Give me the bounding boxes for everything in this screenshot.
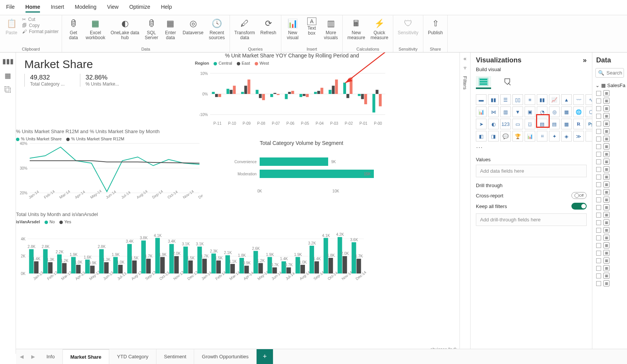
new-measure-button[interactable]: 🖩New measure	[346, 17, 367, 41]
transform-data-button[interactable]: 🖊Transform data	[233, 17, 257, 41]
viz-type-16[interactable]: ◎	[549, 106, 560, 117]
field-row[interactable]: ▦	[594, 181, 625, 188]
publish-button[interactable]: ⇧Publish	[426, 17, 444, 36]
tab-ytd-category[interactable]: YTD Category	[109, 349, 156, 354]
viz-type-32[interactable]: 💬	[500, 131, 511, 141]
build-visual-tab[interactable]	[476, 76, 491, 89]
viz-type-0[interactable]: ▬	[476, 94, 487, 105]
more-visuals-menu[interactable]: ⋯	[476, 143, 587, 151]
field-checkbox[interactable]	[596, 190, 601, 195]
tab-market-share[interactable]: Market Share	[63, 349, 110, 354]
viz-type-35[interactable]: ⌗	[537, 131, 547, 141]
cross-report-toggle[interactable]: Off	[571, 192, 587, 199]
refresh-button[interactable]: ⟳Refresh	[259, 17, 278, 36]
enter-data-button[interactable]: ▦Enter data	[162, 17, 179, 41]
field-checkbox[interactable]	[596, 228, 601, 233]
units-chart[interactable]: 0K2K4K2.8K1.4KJan-132.8K1.3KFeb-132.2K1.…	[16, 224, 366, 289]
viz-type-22[interactable]: 123	[500, 119, 511, 129]
viz-type-2[interactable]: ☰	[500, 94, 511, 105]
viz-type-17[interactable]: ▦	[561, 106, 572, 117]
field-checkbox[interactable]	[596, 258, 601, 263]
field-row[interactable]: ▦	[594, 97, 625, 105]
viz-type-4[interactable]: ≡	[525, 94, 535, 105]
menu-insert[interactable]: Insert	[51, 2, 64, 13]
field-checkbox[interactable]	[596, 235, 601, 240]
viz-type-34[interactable]: 📊	[525, 131, 535, 141]
viz-type-7[interactable]: ▲	[561, 94, 572, 105]
text-box-button[interactable]: AText box	[303, 17, 320, 37]
field-checkbox[interactable]	[596, 99, 601, 103]
field-checkbox[interactable]	[596, 175, 601, 180]
field-row[interactable]: ▦	[594, 242, 625, 249]
menu-help[interactable]: Help	[161, 2, 172, 13]
more-visuals-button[interactable]: ▥More visuals	[322, 17, 340, 41]
format-visual-tab[interactable]	[500, 76, 515, 89]
viz-type-13[interactable]: ▼	[512, 106, 523, 117]
yoy-chart[interactable]: -10%0%10%P-11P-10P-09P-08P-07P-06P-05P-0…	[195, 65, 389, 130]
field-row[interactable]: ▦	[594, 234, 625, 242]
field-row[interactable]: ▦	[594, 264, 625, 272]
field-checkbox[interactable]	[596, 144, 601, 149]
viz-type-38[interactable]: ≫	[573, 131, 584, 141]
quick-measure-button[interactable]: ⚡Quick measure	[369, 17, 390, 41]
field-row[interactable]: ▦	[594, 105, 625, 112]
viz-type-20[interactable]: ➤	[476, 119, 487, 129]
collapse-viz-icon[interactable]: »	[583, 56, 587, 64]
model-view-icon[interactable]: ⿻	[5, 86, 11, 94]
field-checkbox[interactable]	[596, 129, 601, 134]
field-row[interactable]: ▦	[594, 112, 625, 120]
line-chart[interactable]: 20%30%40%Jan-14Feb-14Mar-14Apr-14May-14J…	[16, 141, 203, 206]
field-row[interactable]: ▦	[594, 127, 625, 135]
viz-type-24[interactable]: ⌼	[525, 119, 535, 129]
viz-type-39[interactable]	[586, 131, 592, 141]
viz-type-18[interactable]: 🌐	[573, 106, 584, 117]
hbar-chart[interactable]: Convenience9KModeration15K0K10K	[222, 146, 381, 196]
onelake-hub-button[interactable]: ◐OneLake data hub	[109, 17, 140, 41]
sql-server-button[interactable]: 🛢SQL Server	[143, 17, 160, 41]
dataverse-button[interactable]: ◎Dataverse	[181, 17, 205, 36]
viz-type-27[interactable]: ▦	[561, 119, 572, 129]
tab-growth[interactable]: Growth Opportunities	[194, 349, 257, 354]
field-row[interactable]: ▦	[594, 173, 625, 181]
field-search[interactable]: 🔍 Search	[595, 68, 624, 78]
field-row[interactable]: ▦	[594, 226, 625, 234]
filters-pane-collapsed[interactable]: « ▿ Filters	[459, 52, 470, 354]
viz-type-30[interactable]: ◧	[476, 131, 487, 141]
field-checkbox[interactable]	[596, 152, 601, 157]
tab-info[interactable]: Info	[39, 349, 63, 354]
tab-sentiment[interactable]: Sentiment	[156, 349, 195, 354]
field-row[interactable]: ▦	[594, 272, 625, 280]
field-row[interactable]: ▦	[594, 120, 625, 127]
field-row[interactable]: ▦	[594, 158, 625, 165]
field-checkbox[interactable]	[596, 137, 601, 141]
get-data-button[interactable]: 🛢Get data	[65, 17, 82, 41]
keep-filters-toggle[interactable]: On	[571, 203, 587, 210]
report-view-icon[interactable]: ▮▮▮	[2, 57, 14, 65]
kpi-total-category[interactable]: 49,832 Total Category ...	[24, 74, 65, 87]
menu-modeling[interactable]: Modeling	[75, 2, 96, 13]
viz-type-28[interactable]: R	[573, 119, 584, 129]
field-row[interactable]: ▦	[594, 280, 625, 287]
table-node[interactable]: ⌄ ▦ SalesFa	[594, 81, 625, 89]
field-checkbox[interactable]	[596, 121, 601, 126]
viz-type-12[interactable]: ▥	[500, 106, 511, 117]
viz-type-26[interactable]: ▤	[549, 119, 560, 129]
field-row[interactable]: ▦	[594, 203, 625, 211]
expand-filters-icon[interactable]: «	[464, 56, 467, 62]
viz-type-10[interactable]: 📊	[476, 106, 487, 117]
menu-file[interactable]: File	[6, 2, 15, 13]
field-row[interactable]: ▦	[594, 257, 625, 264]
viz-type-29[interactable]: Py	[586, 119, 592, 129]
field-checkbox[interactable]	[596, 182, 601, 187]
field-checkbox[interactable]	[596, 251, 601, 256]
field-checkbox[interactable]	[596, 197, 601, 202]
viz-type-33[interactable]: 🏆	[512, 131, 523, 141]
field-checkbox[interactable]	[596, 266, 601, 271]
add-page-button[interactable]: +	[257, 349, 273, 354]
field-row[interactable]: ▦	[594, 211, 625, 219]
data-view-icon[interactable]: ▦	[5, 72, 11, 80]
viz-type-19[interactable]: ⬡	[586, 106, 592, 117]
viz-type-3[interactable]: ▯▯	[512, 94, 523, 105]
values-drop-area[interactable]: Add data fields here	[476, 165, 587, 177]
field-row[interactable]: ▦	[594, 89, 625, 97]
